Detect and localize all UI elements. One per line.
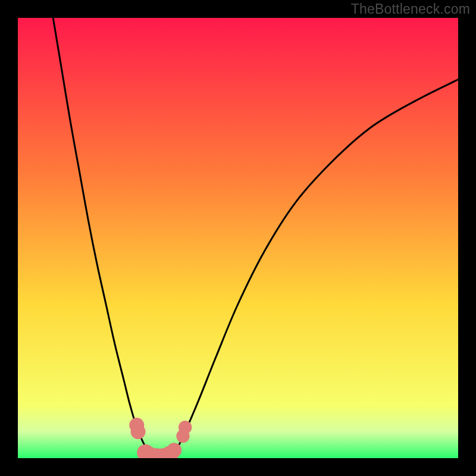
chart-svg bbox=[18, 18, 458, 458]
data-marker bbox=[167, 443, 181, 458]
chart-plot bbox=[18, 18, 458, 458]
watermark-text: TheBottleneck.com bbox=[351, 1, 470, 17]
data-marker bbox=[178, 421, 192, 434]
frame: TheBottleneck.com bbox=[0, 0, 476, 476]
data-marker bbox=[131, 424, 146, 439]
chart-background bbox=[18, 18, 458, 458]
